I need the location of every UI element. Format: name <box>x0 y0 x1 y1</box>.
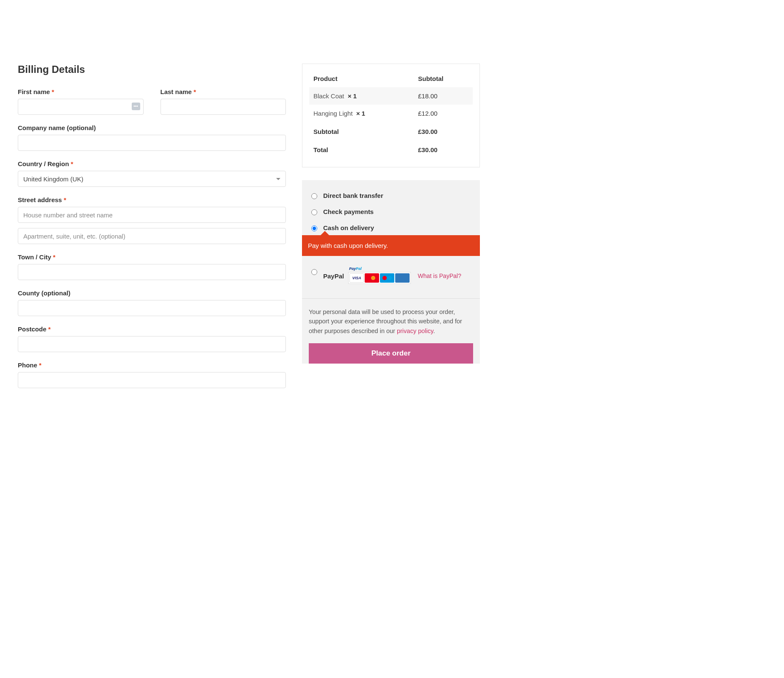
country-value: United Kingdom (UK) <box>23 175 83 183</box>
city-input[interactable] <box>18 264 286 280</box>
subtotal-amount: £30.00 <box>414 122 473 140</box>
bank-label[interactable]: Direct bank transfer <box>323 192 383 199</box>
privacy-row: Your personal data will be used to proce… <box>302 298 480 364</box>
country-label: Country / Region * <box>18 160 286 167</box>
privacy-policy-link[interactable]: privacy policy <box>397 328 433 334</box>
country-label-text: Country / Region <box>18 160 69 167</box>
payment-methods-list: Direct bank transfer Check payments Cash… <box>302 180 480 298</box>
street-2-field-wrap <box>18 228 286 244</box>
required-mark: * <box>53 253 55 261</box>
first-name-input[interactable] <box>18 99 144 115</box>
required-mark: * <box>64 196 66 203</box>
phone-input[interactable] <box>18 372 286 388</box>
first-name-field-wrap: First name * <box>18 88 144 115</box>
billing-heading: Billing Details <box>18 64 286 75</box>
total-amount: £30.00 <box>414 140 473 158</box>
total-label: Total <box>309 140 414 158</box>
county-input[interactable] <box>18 300 286 316</box>
postcode-input[interactable] <box>18 336 286 352</box>
city-label: Town / City * <box>18 253 286 261</box>
paypal-cards-icon: PayPal VISA <box>348 268 411 284</box>
first-name-label: First name * <box>18 88 144 95</box>
postcode-label: Postcode * <box>18 325 286 333</box>
last-name-field-wrap: Last name * <box>161 88 286 115</box>
password-manager-icon[interactable] <box>132 103 140 110</box>
product-amount: £18.00 <box>414 87 473 105</box>
product-name: Black Coat <box>313 92 344 100</box>
chevron-down-icon <box>276 178 280 180</box>
postcode-field-wrap: Postcode * <box>18 325 286 352</box>
order-review-box: Product Subtotal Black Coat × 1 £18.00 <box>302 64 480 167</box>
billing-details-form: Billing Details First name * Last name *… <box>18 64 286 397</box>
payment-method-paypal[interactable]: PayPal PayPal VISA What is PayPal? <box>309 264 473 288</box>
product-qty: × 1 <box>356 110 365 117</box>
street-label: Street address * <box>18 196 286 203</box>
city-field-wrap: Town / City * <box>18 253 286 280</box>
product-amount: £12.00 <box>414 105 473 122</box>
check-label[interactable]: Check payments <box>323 208 374 215</box>
product-qty: × 1 <box>348 92 357 100</box>
first-name-label-text: First name <box>18 88 50 95</box>
subtotal-label: Subtotal <box>309 122 414 140</box>
subtotal-header: Subtotal <box>414 72 473 87</box>
last-name-input[interactable] <box>161 99 286 115</box>
payment-method-check[interactable]: Check payments <box>309 204 473 220</box>
privacy-text-suffix: . <box>433 328 435 334</box>
last-name-label: Last name * <box>161 88 286 95</box>
required-mark: * <box>71 160 73 167</box>
maestro-icon <box>380 273 394 283</box>
payment-method-bank[interactable]: Direct bank transfer <box>309 188 473 204</box>
required-mark: * <box>48 325 51 333</box>
required-mark: * <box>52 88 54 95</box>
county-field-wrap: County (optional) <box>18 289 286 316</box>
last-name-label-text: Last name <box>161 88 192 95</box>
street-address-2-input[interactable] <box>18 228 286 244</box>
table-row: Hanging Light × 1 £12.00 <box>309 105 473 122</box>
cod-label[interactable]: Cash on delivery <box>323 224 374 231</box>
what-is-paypal-link[interactable]: What is PayPal? <box>418 272 461 279</box>
required-mark: * <box>194 88 196 95</box>
privacy-text-prefix: Your personal data will be used to proce… <box>309 308 462 334</box>
product-header: Product <box>309 72 414 87</box>
bank-radio[interactable] <box>311 193 317 199</box>
product-name: Hanging Light <box>313 110 353 117</box>
amex-icon <box>395 273 410 283</box>
street-field-wrap: Street address * <box>18 196 286 223</box>
paypal-label[interactable]: PayPal PayPal VISA What is PayPal? <box>323 268 461 284</box>
phone-field-wrap: Phone * <box>18 361 286 388</box>
postcode-label-text: Postcode <box>18 325 47 333</box>
required-mark: * <box>39 361 42 369</box>
cod-description: Pay with cash upon delivery. <box>302 235 480 256</box>
check-radio[interactable] <box>311 209 317 215</box>
country-field-wrap: Country / Region * United Kingdom (UK) <box>18 160 286 187</box>
order-table: Product Subtotal Black Coat × 1 £18.00 <box>309 72 473 158</box>
place-order-button[interactable]: Place order <box>309 343 473 364</box>
paypal-label-text: PayPal <box>323 272 344 280</box>
table-row: Black Coat × 1 £18.00 <box>309 87 473 105</box>
street-label-text: Street address <box>18 196 62 203</box>
company-label: Company name (optional) <box>18 124 286 131</box>
country-select[interactable]: United Kingdom (UK) <box>18 171 286 187</box>
phone-label: Phone * <box>18 361 286 369</box>
county-label: County (optional) <box>18 289 286 297</box>
visa-card-icon: VISA <box>349 273 364 283</box>
payment-method-cod[interactable]: Cash on delivery Pay with cash upon deli… <box>309 220 473 264</box>
paypal-radio[interactable] <box>311 269 317 275</box>
mastercard-icon <box>365 273 379 283</box>
payment-box: Direct bank transfer Check payments Cash… <box>302 180 480 364</box>
city-label-text: Town / City <box>18 253 51 261</box>
cod-radio[interactable] <box>311 225 317 231</box>
company-field-wrap: Company name (optional) <box>18 124 286 151</box>
privacy-text: Your personal data will be used to proce… <box>309 307 473 336</box>
phone-label-text: Phone <box>18 361 37 369</box>
company-input[interactable] <box>18 135 286 151</box>
street-address-1-input[interactable] <box>18 207 286 223</box>
